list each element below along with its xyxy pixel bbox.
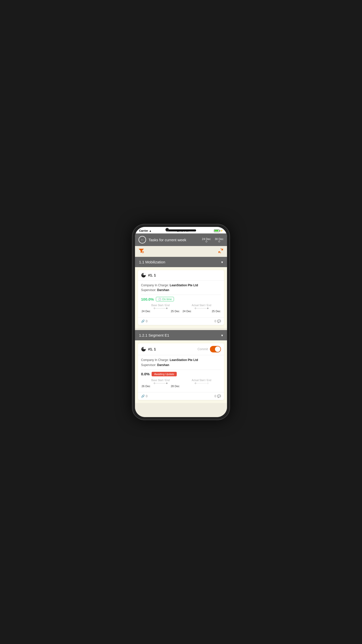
task-id-label-1: #1. 1	[148, 273, 156, 277]
task-card-wrapper-1: #1. 1 Company In Charge: LeanStation Pte…	[135, 267, 227, 328]
task-footer-2: 🔗 0 0 💬	[138, 392, 224, 400]
base-dates-2: Base Start / End 26 Dec 28 Dec	[141, 379, 180, 388]
battery-fill	[214, 230, 218, 231]
nav-date-start-diamond	[205, 240, 207, 242]
nav-date-start: 24 Dec	[202, 237, 211, 242]
actual-end-value-1: 25 Dec	[212, 310, 220, 313]
status-badge-awaiting-2: Awaiting Update	[152, 372, 177, 376]
actual-date-line-1	[182, 308, 221, 309]
section-header-2[interactable]: 1.2.1 Segment E1 ▾	[135, 330, 227, 340]
task-info-2: Company In Charge: LeanStation Pte Ltd S…	[141, 358, 221, 370]
status-right: ⚡	[214, 229, 223, 232]
actual-end-diamond-2	[207, 382, 208, 384]
attachment-icon-2: 🔗	[141, 394, 145, 398]
status-left: Carrier ▲	[139, 229, 152, 232]
section-header-1[interactable]: 1.1 Mobilization ▾	[135, 257, 227, 267]
nav-date-end-diamond	[218, 240, 220, 242]
base-end-diamond-1	[166, 307, 167, 309]
attachment-count-2: 0	[146, 394, 148, 398]
task-card-header-1: #1. 1	[138, 270, 224, 280]
comment-count-2: 0	[214, 394, 216, 398]
base-date-values-1: 24 Dec 25 Dec	[141, 310, 180, 313]
commit-section: Commit	[198, 346, 221, 352]
task-footer-1: 🔗 0 0 💬	[138, 317, 224, 325]
progress-pct-2: 0.0%	[141, 372, 150, 376]
comment-row-2[interactable]: 0 💬	[214, 394, 221, 398]
task-body-1: Company In Charge: LeanStation Pte Ltd S…	[138, 280, 224, 317]
task-pie-icon-1	[141, 273, 146, 278]
base-start-value-1: 24 Dec	[142, 310, 150, 313]
actual-date-label-1: Actual Start / End	[182, 304, 221, 307]
base-start-value-2: 26 Dec	[142, 385, 150, 388]
task-card-2: #1. 1 Commit Company In Charge:	[138, 343, 224, 400]
base-dates-1: Base Start / End 24 Dec 25 Dec	[141, 304, 180, 313]
back-button[interactable]: ←	[139, 236, 146, 244]
base-line-1	[156, 308, 166, 308]
company-row-2: Company In Charge: LeanStation Pte Ltd	[141, 358, 221, 363]
actual-dates-2: Actual Start / End	[182, 379, 221, 388]
chevron-down-icon-2: ▾	[221, 333, 223, 337]
base-start-diamond-1	[153, 307, 155, 309]
battery-icon	[214, 229, 219, 232]
phone-speaker	[166, 229, 196, 231]
carrier-label: Carrier	[139, 229, 148, 232]
supervisor-name-2: Darshan	[157, 363, 169, 367]
chevron-down-icon-1: ▾	[221, 260, 223, 264]
supervisor-row-1: Supervisor: Darshan	[141, 288, 221, 293]
comment-row-1[interactable]: 0 💬	[214, 319, 221, 323]
wifi-icon: ▲	[149, 229, 152, 232]
status-text-2: Awaiting Update	[154, 373, 174, 376]
nav-dates: 24 Dec 30 Dec	[202, 237, 223, 242]
actual-end-diamond-1	[207, 307, 208, 309]
nav-date-end: 30 Dec	[215, 237, 223, 242]
comment-count-1: 0	[214, 319, 216, 323]
nav-title: Tasks for current week	[149, 238, 202, 242]
phone-screen: Carrier ▲ 2:49 PM ⚡ ← Tasks for current …	[135, 227, 227, 417]
refresh-icon[interactable]	[218, 248, 223, 255]
commit-toggle[interactable]	[210, 346, 221, 352]
commit-label: Commit	[198, 347, 208, 351]
content-area: 1.1 Mobilization ▾ #1. 1	[135, 257, 227, 417]
filter-icon[interactable]	[139, 249, 144, 254]
attachment-row-2[interactable]: 🔗 0	[141, 394, 148, 398]
task-card-wrapper-2: #1. 1 Commit Company In Charge:	[135, 340, 227, 403]
phone-camera	[165, 228, 169, 231]
phone-frame: Carrier ▲ 2:49 PM ⚡ ← Tasks for current …	[132, 224, 230, 420]
company-name-2: LeanStation Pte Ltd	[170, 358, 198, 362]
actual-start-diamond-1	[194, 307, 196, 309]
nav-date-end-label: 30 Dec	[215, 237, 223, 240]
attachment-icon-1: 🔗	[141, 319, 145, 323]
dates-section-1: Base Start / End 24 Dec 25 Dec	[141, 304, 221, 313]
status-badge-ontime-1: 🕐 On time	[156, 297, 174, 301]
task-id-label-2: #1. 1	[148, 347, 156, 351]
actual-date-values-1: 24 Dec 25 Dec	[182, 310, 221, 313]
dates-section-2: Base Start / End 26 Dec 28 Dec	[141, 379, 221, 388]
actual-date-line-2	[182, 383, 221, 384]
supervisor-row-2: Supervisor: Darshan	[141, 363, 221, 368]
base-date-label-2: Base Start / End	[141, 379, 180, 382]
back-arrow-icon: ←	[141, 238, 144, 242]
base-start-diamond-2	[153, 382, 155, 384]
section-title-2: 1.2.1 Segment E1	[139, 333, 169, 337]
base-end-value-2: 28 Dec	[171, 385, 179, 388]
base-end-value-1: 25 Dec	[171, 310, 179, 313]
toolbar	[135, 246, 227, 257]
toggle-knob	[215, 346, 220, 352]
nav-bar: ← Tasks for current week 24 Dec 30 Dec	[135, 233, 227, 246]
charging-icon: ⚡	[220, 229, 223, 232]
task-id-row-1: #1. 1	[141, 273, 156, 278]
status-text-1: On time	[162, 298, 172, 301]
task-pie-icon-2	[141, 347, 146, 352]
attachment-row-1[interactable]: 🔗 0	[141, 319, 148, 323]
task-card-1: #1. 1 Company In Charge: LeanStation Pte…	[138, 270, 224, 325]
company-name-1: LeanStation Pte Ltd	[170, 284, 198, 287]
progress-pct-1: 100.0%	[141, 297, 154, 301]
company-row-1: Company In Charge: LeanStation Pte Ltd	[141, 283, 221, 288]
section-gap	[135, 328, 227, 330]
task-progress-row-2: 0.0% Awaiting Update	[141, 372, 221, 376]
comment-icon-2: 💬	[217, 394, 221, 398]
actual-line-1	[197, 308, 207, 308]
task-id-row-2: #1. 1	[141, 347, 156, 352]
base-date-line-2	[141, 383, 180, 384]
task-progress-row-1: 100.0% 🕐 On time	[141, 297, 221, 301]
